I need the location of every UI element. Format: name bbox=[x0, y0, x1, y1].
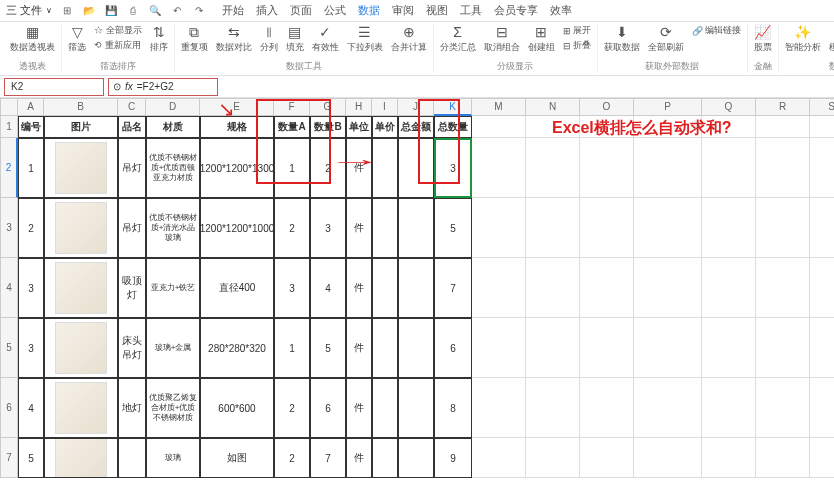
dropdown-button[interactable]: ☰下拉列表 bbox=[347, 24, 383, 54]
cell[interactable]: 件 bbox=[346, 318, 372, 378]
col-header-B[interactable]: B bbox=[44, 98, 118, 116]
cell[interactable] bbox=[44, 438, 118, 478]
col-header-S[interactable]: S bbox=[810, 98, 834, 116]
cell[interactable]: 件 bbox=[346, 258, 372, 318]
cell[interactable]: 1 bbox=[274, 138, 310, 198]
cell[interactable] bbox=[372, 318, 398, 378]
cell[interactable] bbox=[398, 138, 434, 198]
cell-header[interactable]: 品名 bbox=[118, 116, 146, 138]
split-col-button[interactable]: ⦀分列 bbox=[260, 24, 278, 54]
cell[interactable] bbox=[756, 138, 810, 198]
cell[interactable] bbox=[372, 378, 398, 438]
cell[interactable]: 3 bbox=[18, 318, 44, 378]
cell[interactable]: 2 bbox=[310, 138, 346, 198]
cell[interactable]: 5 bbox=[18, 438, 44, 478]
sort-button[interactable]: ⇅排序 bbox=[150, 24, 168, 54]
cell[interactable]: 优质不锈钢材质+优质西顿亚克力材质 bbox=[146, 138, 200, 198]
row-header-4[interactable]: 4 bbox=[0, 258, 18, 318]
cell[interactable]: 件 bbox=[346, 198, 372, 258]
menu-tab-会员专享[interactable]: 会员专享 bbox=[494, 3, 538, 18]
open-icon[interactable]: 📂 bbox=[82, 4, 96, 18]
cell[interactable] bbox=[702, 138, 756, 198]
preview-icon[interactable]: 🔍 bbox=[148, 4, 162, 18]
filter-button[interactable]: ▽筛选 bbox=[68, 24, 86, 54]
get-data-button[interactable]: ⬇获取数据 bbox=[604, 24, 640, 54]
pivot-table-button[interactable]: ▦数据透视表 bbox=[10, 24, 55, 54]
cell[interactable]: 地灯 bbox=[118, 378, 146, 438]
cell[interactable] bbox=[810, 198, 834, 258]
new-icon[interactable]: ⊞ bbox=[60, 4, 74, 18]
cell[interactable] bbox=[810, 378, 834, 438]
cell-header[interactable]: 总数量 bbox=[434, 116, 472, 138]
save-icon[interactable]: 💾 bbox=[104, 4, 118, 18]
cell[interactable] bbox=[580, 378, 634, 438]
cell[interactable]: 吊灯 bbox=[118, 138, 146, 198]
collapse-button[interactable]: ⊟折叠 bbox=[563, 39, 591, 52]
cell[interactable] bbox=[756, 378, 810, 438]
cell[interactable]: 3 bbox=[18, 258, 44, 318]
cell-header[interactable] bbox=[810, 116, 834, 138]
print-icon[interactable]: ⎙ bbox=[126, 4, 140, 18]
cell[interactable] bbox=[118, 438, 146, 478]
cell[interactable] bbox=[398, 318, 434, 378]
col-header-J[interactable]: J bbox=[398, 98, 434, 116]
cell[interactable] bbox=[44, 318, 118, 378]
cell[interactable]: 1200*1200*1000 bbox=[200, 198, 274, 258]
cell[interactable] bbox=[634, 258, 702, 318]
cell[interactable]: 件 bbox=[346, 378, 372, 438]
cell[interactable]: 5 bbox=[434, 198, 472, 258]
cell[interactable]: 3 bbox=[310, 198, 346, 258]
cell[interactable]: 4 bbox=[310, 258, 346, 318]
cell[interactable] bbox=[526, 138, 580, 198]
col-header-E[interactable]: E bbox=[200, 98, 274, 116]
cell[interactable] bbox=[702, 318, 756, 378]
cell[interactable] bbox=[756, 198, 810, 258]
cell[interactable] bbox=[44, 258, 118, 318]
cell[interactable]: 如图 bbox=[200, 438, 274, 478]
create-group-button[interactable]: ⊞创建组 bbox=[528, 24, 555, 54]
cell[interactable]: 5 bbox=[310, 318, 346, 378]
cell[interactable] bbox=[526, 258, 580, 318]
cell[interactable] bbox=[526, 318, 580, 378]
cell[interactable]: 2 bbox=[274, 438, 310, 478]
cell[interactable]: 1 bbox=[274, 318, 310, 378]
col-header-K[interactable]: K bbox=[434, 98, 472, 116]
cell[interactable] bbox=[810, 138, 834, 198]
ungroup-button[interactable]: ⊟取消组合 bbox=[484, 24, 520, 54]
col-header-O[interactable]: O bbox=[580, 98, 634, 116]
cell-header[interactable]: 数量B bbox=[310, 116, 346, 138]
cell[interactable]: 3 bbox=[434, 138, 472, 198]
cell-header[interactable] bbox=[756, 116, 810, 138]
refresh-all-button[interactable]: ⟳全部刷新 bbox=[648, 24, 684, 54]
row-header-6[interactable]: 6 bbox=[0, 378, 18, 438]
menu-tab-插入[interactable]: 插入 bbox=[256, 3, 278, 18]
compare-button[interactable]: ⇆数据对比 bbox=[216, 24, 252, 54]
row-header-1[interactable]: 1 bbox=[0, 116, 18, 138]
smart-analysis-button[interactable]: ✨智能分析 bbox=[785, 24, 821, 54]
row-header-5[interactable]: 5 bbox=[0, 318, 18, 378]
col-header-A[interactable]: A bbox=[18, 98, 44, 116]
row-header-7[interactable]: 7 bbox=[0, 438, 18, 478]
cell[interactable]: 1200*1200*1300 bbox=[200, 138, 274, 198]
cell[interactable] bbox=[756, 438, 810, 478]
col-header-G[interactable]: G bbox=[310, 98, 346, 116]
cell[interactable]: 2 bbox=[18, 198, 44, 258]
cell[interactable] bbox=[44, 198, 118, 258]
edit-links[interactable]: 🔗编辑链接 bbox=[692, 24, 741, 37]
simulate-button[interactable]: ⚗模拟分析 bbox=[829, 24, 834, 54]
cell[interactable] bbox=[580, 258, 634, 318]
cell[interactable] bbox=[472, 318, 526, 378]
expand-button[interactable]: ⊞展开 bbox=[563, 24, 591, 37]
cell[interactable] bbox=[756, 258, 810, 318]
cell[interactable]: 吊灯 bbox=[118, 198, 146, 258]
cell[interactable]: 优质聚乙烯复合材质+优质不锈钢材质 bbox=[146, 378, 200, 438]
cell[interactable]: 玻璃+金属 bbox=[146, 318, 200, 378]
col-header-F[interactable]: F bbox=[274, 98, 310, 116]
cell[interactable] bbox=[398, 378, 434, 438]
cell[interactable]: 8 bbox=[434, 378, 472, 438]
cell[interactable] bbox=[526, 438, 580, 478]
undo-icon[interactable]: ↶ bbox=[170, 4, 184, 18]
cell[interactable]: 直径400 bbox=[200, 258, 274, 318]
cell[interactable] bbox=[472, 378, 526, 438]
menu-tab-审阅[interactable]: 审阅 bbox=[392, 3, 414, 18]
